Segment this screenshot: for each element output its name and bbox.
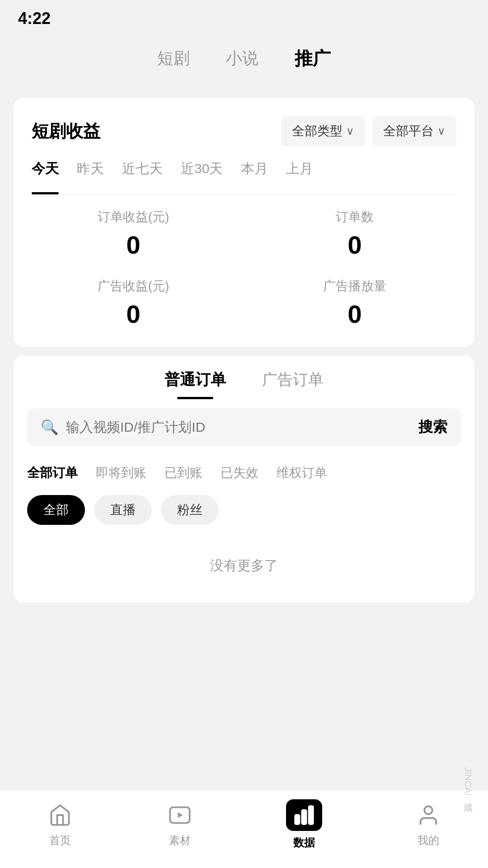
filter-group: 全部类型 ∨ 全部平台 ∨ (281, 116, 456, 146)
filter-expired[interactable]: 已失效 (221, 464, 258, 481)
filter-arrived[interactable]: 已到账 (164, 464, 202, 481)
stat-ad-revenue-label: 广告收益(元) (32, 278, 235, 295)
filter-type-label: 全部类型 (292, 123, 343, 140)
nav-profile-label: 我的 (418, 833, 439, 848)
order-card: 普通订单 广告订单 🔍 搜索 全部订单 即将到账 已到账 已失效 维权订单 全部… (14, 356, 474, 602)
search-bar: 🔍 搜索 (27, 408, 461, 446)
order-filter-tabs: 全部订单 即将到账 已到账 已失效 维权订单 (14, 455, 474, 491)
chevron-down-icon: ∨ (346, 125, 354, 137)
filter-all-orders[interactable]: 全部订单 (27, 464, 78, 481)
nav-profile[interactable]: 我的 (415, 802, 442, 848)
nav-data-label: 数据 (293, 835, 315, 850)
nav-material[interactable]: 素材 (166, 802, 193, 848)
order-type-tabs: 普通订单 广告订单 (14, 356, 474, 399)
source-tag-all[interactable]: 全部 (27, 495, 85, 525)
nav-home[interactable]: 首页 (47, 802, 74, 848)
nav-home-label: 首页 (49, 833, 71, 848)
stat-ad-revenue: 广告收益(元) 0 (32, 278, 235, 329)
stat-ad-plays: 广告播放量 0 (253, 278, 456, 329)
revenue-card-title: 短剧收益 (32, 120, 100, 143)
revenue-card: 短剧收益 全部类型 ∨ 全部平台 ∨ 今天 昨天 近七天 近30天 本月 上月 … (14, 98, 474, 347)
filter-platform-label: 全部平台 (383, 123, 434, 140)
stat-order-revenue: 订单收益(元) 0 (32, 208, 235, 259)
stat-ad-revenue-value: 0 (32, 299, 235, 329)
user-icon (415, 802, 442, 829)
stat-ad-plays-label: 广告播放量 (253, 278, 456, 295)
stats-grid: 订单收益(元) 0 订单数 0 广告收益(元) 0 广告播放量 0 (32, 208, 456, 329)
source-tag-live[interactable]: 直播 (94, 495, 152, 525)
date-tab-30days[interactable]: 近30天 (181, 160, 223, 185)
date-tab-today[interactable]: 今天 (32, 160, 59, 185)
source-tag-fans[interactable]: 粉丝 (161, 495, 219, 525)
filter-type-btn[interactable]: 全部类型 ∨ (281, 116, 365, 146)
nav-material-label: 素材 (169, 833, 191, 848)
filter-pending[interactable]: 即将到账 (96, 464, 146, 481)
stat-order-revenue-value: 0 (32, 230, 235, 259)
search-input[interactable] (66, 420, 418, 435)
stat-order-count: 订单数 0 (253, 208, 456, 259)
tab-promote[interactable]: 推广 (295, 42, 331, 75)
date-tab-7days[interactable]: 近七天 (122, 160, 163, 185)
stat-order-count-label: 订单数 (253, 208, 456, 226)
top-tabs: 短剧 小说 推广 (0, 33, 488, 89)
bottom-nav: 首页 素材 数据 我的 (0, 790, 488, 868)
empty-text: 没有更多了 (14, 538, 474, 602)
order-tab-ad[interactable]: 广告订单 (262, 369, 324, 399)
home-icon (47, 802, 74, 829)
stat-order-revenue-label: 订单收益(元) (32, 208, 235, 226)
nav-data[interactable]: 数据 (286, 799, 322, 850)
svg-rect-3 (302, 810, 306, 824)
chart-icon (286, 799, 322, 831)
date-tab-yesterday[interactable]: 昨天 (77, 160, 104, 185)
date-tab-thismonth[interactable]: 本月 (241, 160, 268, 185)
status-time: 4:22 (18, 9, 51, 28)
search-button[interactable]: 搜索 (418, 417, 447, 437)
filter-platform-btn[interactable]: 全部平台 ∨ (372, 116, 456, 146)
date-tabs: 今天 昨天 近七天 近30天 本月 上月 (32, 160, 456, 195)
revenue-card-header: 短剧收益 全部类型 ∨ 全部平台 ∨ (32, 116, 456, 146)
date-tab-lastmonth[interactable]: 上月 (286, 160, 313, 185)
status-bar: 4:22 (0, 0, 488, 33)
filter-dispute[interactable]: 维权订单 (277, 464, 327, 481)
stat-ad-plays-value: 0 (253, 299, 456, 329)
svg-marker-1 (178, 812, 183, 818)
stat-order-count-value: 0 (253, 230, 456, 259)
svg-rect-2 (295, 815, 299, 824)
search-icon: 🔍 (41, 419, 59, 436)
tab-novel[interactable]: 小说 (226, 43, 258, 74)
svg-rect-4 (309, 807, 313, 824)
svg-point-5 (424, 807, 432, 814)
tab-short-drama[interactable]: 短剧 (157, 43, 190, 74)
chevron-down-icon-2: ∨ (437, 125, 446, 137)
video-icon (166, 802, 193, 829)
source-tags: 全部 直播 粉丝 (14, 491, 474, 538)
order-tab-normal[interactable]: 普通订单 (164, 369, 226, 399)
